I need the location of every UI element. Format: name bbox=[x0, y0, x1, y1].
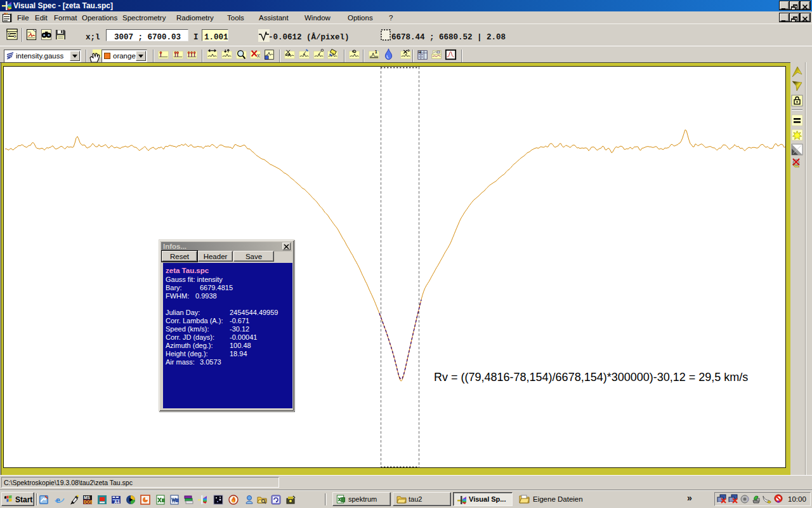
svg-text:H: H bbox=[419, 50, 421, 54]
svg-text:DOS: DOS bbox=[84, 500, 93, 504]
svg-text:A4: A4 bbox=[114, 500, 120, 504]
svg-text:e: e bbox=[56, 495, 60, 505]
svg-text:1: 1 bbox=[375, 49, 377, 55]
svg-text:MS: MS bbox=[84, 495, 90, 500]
